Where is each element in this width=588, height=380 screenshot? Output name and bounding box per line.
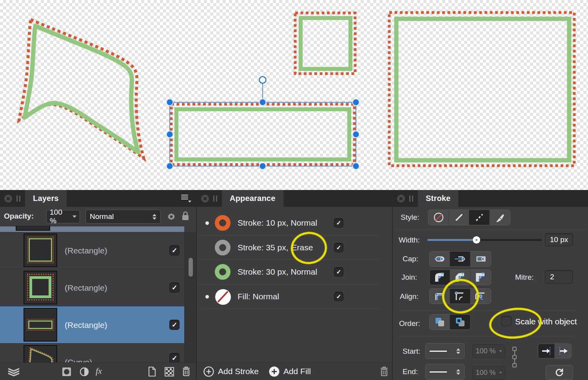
style-none-button[interactable] [428, 210, 449, 225]
adjustment-icon[interactable] [80, 367, 89, 376]
layer-visibility-checkbox[interactable]: ✓ [169, 245, 180, 255]
opacity-dropdown[interactable]: 100 % [46, 210, 80, 223]
layers-options-row: Opacity: 100 % Normal [0, 207, 196, 226]
stepper-icon [152, 214, 156, 220]
appearance-visibility-checkbox[interactable]: ✓ [334, 267, 343, 277]
panel-menu-icon[interactable] [181, 194, 191, 203]
end-pressure-dropdown[interactable]: 100 % [472, 366, 505, 380]
cap-label: Cap: [403, 255, 418, 263]
trash-icon[interactable] [182, 366, 191, 376]
layer-thumbnail[interactable] [24, 308, 57, 342]
add-stroke-button[interactable]: Add Stroke [203, 366, 259, 377]
cap-round-button[interactable] [430, 252, 450, 266]
order-stroke-front-button[interactable] [450, 315, 470, 329]
align-center-button[interactable] [430, 289, 450, 304]
refresh-icon [554, 367, 564, 378]
section-divider [397, 230, 586, 230]
scale-with-object-label: Scale with object [515, 317, 577, 326]
layer-thumbnail[interactable] [24, 233, 57, 267]
lock-icon[interactable] [181, 211, 190, 221]
stroke-swatch-gray[interactable] [215, 240, 230, 255]
plus-circle-filled-icon [269, 366, 279, 377]
appearance-visibility-checkbox[interactable]: ✓ [334, 243, 343, 252]
gear-icon[interactable] [166, 212, 176, 222]
stroke-swatch-green[interactable] [215, 264, 230, 280]
end-label: End: [403, 367, 418, 376]
fx-icon[interactable]: fx [96, 366, 102, 376]
selected-rectangle-shape[interactable] [171, 104, 354, 165]
panel-grip-icon [213, 195, 219, 202]
width-value-box[interactable]: 10 px [545, 233, 573, 246]
arrow-beyond-button[interactable] [555, 344, 571, 358]
layers-scrollbar-track[interactable] [184, 232, 196, 362]
cap-butt-button[interactable] [450, 252, 470, 266]
start-style-dropdown[interactable] [425, 343, 465, 359]
stroke-swatch-orange[interactable] [215, 215, 230, 231]
layer-row[interactable]: (Curve) ✓ [0, 344, 184, 362]
add-fill-button[interactable]: Add Fill [269, 366, 311, 377]
width-slider-knob[interactable] [473, 236, 480, 244]
layer-thumbnail[interactable] [24, 271, 57, 304]
layers-scrollbar-thumb[interactable] [189, 258, 193, 277]
large-rectangle-shape[interactable] [389, 13, 574, 166]
layer-visibility-checkbox[interactable]: ✓ [169, 320, 180, 330]
cap-square-button[interactable] [470, 252, 491, 266]
rotation-handle[interactable] [260, 77, 266, 83]
align-inside-button[interactable] [450, 289, 470, 304]
mitre-label: Mitre: [515, 273, 534, 282]
arrow-inside-button[interactable] [538, 344, 555, 358]
join-miter-button[interactable] [470, 270, 491, 285]
appearance-visibility-checkbox[interactable]: ✓ [334, 292, 343, 301]
close-panel-icon[interactable] [4, 194, 13, 203]
layers-tabstrip: Layers [0, 190, 196, 207]
mask-icon[interactable] [62, 367, 71, 376]
layer-visibility-checkbox[interactable]: ✓ [169, 282, 180, 293]
fill-none-swatch[interactable] [215, 289, 231, 305]
canvas-artwork [0, 0, 588, 190]
layer-thumbnail-fragment [16, 226, 50, 231]
blend-mode-dropdown[interactable]: Normal [85, 210, 161, 224]
join-round-button[interactable] [430, 270, 450, 285]
close-panel-icon[interactable] [397, 194, 405, 203]
trash-icon[interactable] [380, 366, 388, 376]
join-bevel-button[interactable] [450, 270, 470, 285]
swap-start-end-button[interactable] [546, 365, 573, 380]
link-start-end-icon[interactable] [509, 346, 518, 369]
tab-layers[interactable]: Layers [25, 190, 67, 207]
scale-with-object-checkbox[interactable] [501, 316, 512, 326]
tab-stroke[interactable]: Stroke [418, 190, 458, 207]
appearance-visibility-checkbox[interactable]: ✓ [334, 218, 343, 228]
stroke-panel: Stroke Style: Width: [392, 190, 588, 380]
panel-grip-icon [409, 195, 415, 202]
close-panel-icon[interactable] [201, 194, 209, 203]
end-style-dropdown[interactable] [425, 364, 465, 380]
appearance-row[interactable]: Stroke: 35 px, Erase ✓ [200, 235, 381, 260]
layer-row[interactable]: (Rectangle) ✓ [0, 232, 184, 269]
appearance-row[interactable]: Fill: Normal ✓ [200, 284, 381, 309]
style-dashed-button[interactable] [469, 210, 490, 225]
order-label: Order: [399, 319, 420, 328]
mitre-value-box[interactable]: 2 [545, 270, 573, 284]
freeform-curve-shape[interactable] [19, 20, 144, 158]
layer-thumbnail[interactable] [24, 345, 57, 362]
layer-row-selected[interactable]: (Rectangle) ✓ [0, 306, 184, 344]
layer-row[interactable]: (Rectangle) ✓ [0, 269, 184, 306]
align-outside-button[interactable] [470, 289, 491, 304]
pattern-icon[interactable] [165, 367, 174, 376]
appearance-row-label: Fill: Normal [238, 284, 279, 309]
appearance-row[interactable]: Stroke: 10 px, Normal ✓ [200, 211, 381, 235]
style-brush-button[interactable] [490, 210, 510, 225]
start-pressure-dropdown[interactable]: 100 % [472, 344, 505, 358]
layer-visibility-checkbox[interactable]: ✓ [169, 353, 180, 362]
new-layer-icon[interactable] [148, 367, 156, 376]
layers-stack-icon[interactable] [7, 367, 20, 377]
style-solid-button[interactable] [449, 210, 469, 225]
canvas[interactable] [0, 0, 588, 190]
tab-appearance[interactable]: Appearance [222, 190, 283, 207]
application-window: Layers Opacity: 100 % Normal [0, 0, 588, 380]
order-stroke-behind-button[interactable] [430, 315, 450, 329]
appearance-row[interactable]: Stroke: 30 px, Normal ✓ [200, 260, 381, 284]
appearance-panel: Appearance Stroke: 10 px, Normal ✓ Strok… [196, 190, 392, 380]
small-square-shape[interactable] [295, 13, 355, 74]
partially-scrolled-layer-row[interactable] [0, 226, 184, 232]
